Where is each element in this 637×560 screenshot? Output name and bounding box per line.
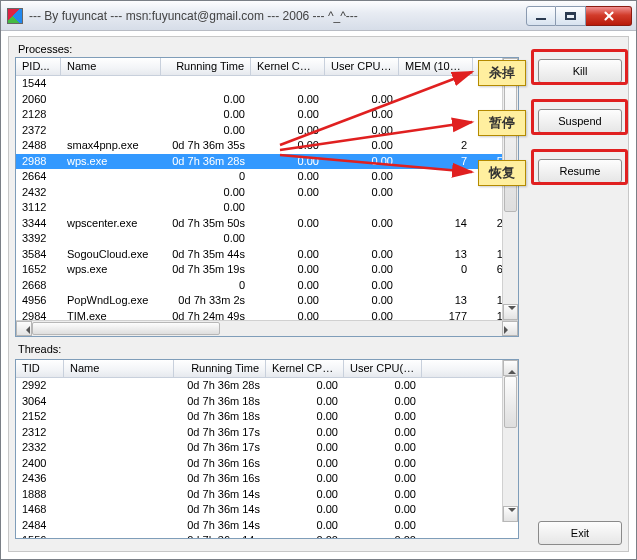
table-row[interactable]: 23320d 7h 36m 17s0.000.00 <box>16 440 518 456</box>
window-title: --- By fuyuncat --- msn:fuyuncat@gmail.c… <box>29 9 358 23</box>
resume-button[interactable]: Resume <box>538 159 622 183</box>
cell-rt: 0d 7h 36m 16s <box>174 471 266 487</box>
cell-tid: 2332 <box>16 440 64 456</box>
cell-kcpu: 0.00 <box>251 169 325 185</box>
scroll-down-icon[interactable] <box>503 506 518 522</box>
processes-list[interactable]: PID... Name Running Time Kernel CPU(... … <box>16 58 518 320</box>
maximize-button[interactable] <box>556 6 586 26</box>
table-row[interactable]: 23120d 7h 36m 17s0.000.00 <box>16 425 518 441</box>
close-button[interactable] <box>586 6 632 26</box>
cell-tid: 1468 <box>16 502 64 518</box>
cell-name <box>64 409 174 425</box>
cell-name <box>61 169 161 185</box>
cell-tid: 2484 <box>16 518 64 534</box>
scroll-up-icon[interactable] <box>503 360 518 376</box>
scroll-thumb[interactable] <box>504 376 517 428</box>
threads-vscroll[interactable] <box>502 360 518 522</box>
col-ucpu[interactable]: User CPU(P... <box>344 360 422 377</box>
cell-kcpu: 0.00 <box>251 293 325 309</box>
client-area: Processes: PID... Name Running Time Kern… <box>8 36 629 552</box>
col-kcpu[interactable]: Kernel CPU(... <box>266 360 344 377</box>
title-bar[interactable]: --- By fuyuncat --- msn:fuyuncat@gmail.c… <box>1 1 636 31</box>
cell-ucpu: 0.00 <box>344 502 422 518</box>
table-row[interactable]: 24360d 7h 36m 16s0.000.00 <box>16 471 518 487</box>
table-row[interactable]: 29920d 7h 36m 28s0.000.00 <box>16 378 518 394</box>
processes-header[interactable]: PID... Name Running Time Kernel CPU(... … <box>16 58 518 76</box>
table-row[interactable]: 266400.000.00 <box>16 169 518 185</box>
col-ucpu[interactable]: User CPU( 0... <box>325 58 399 75</box>
suspend-button[interactable]: Suspend <box>538 109 622 133</box>
cell-rt: 0d 7h 35m 50s <box>161 216 251 232</box>
minimize-button[interactable] <box>526 6 556 26</box>
cell-name <box>64 394 174 410</box>
table-row[interactable]: 2984TIM.exe0d 7h 24m 49s0.000.0017715 <box>16 309 518 321</box>
cell-ucpu <box>325 231 399 247</box>
cell-kcpu: 0.00 <box>251 154 325 170</box>
scroll-left-icon[interactable] <box>16 321 32 336</box>
threads-list[interactable]: TID Name Running Time Kernel CPU(... Use… <box>16 360 518 538</box>
table-row[interactable]: 24000d 7h 36m 16s0.000.00 <box>16 456 518 472</box>
threads-header[interactable]: TID Name Running Time Kernel CPU(... Use… <box>16 360 518 378</box>
cell-ucpu: 0.00 <box>344 440 422 456</box>
table-row[interactable]: 266800.000.00 <box>16 278 518 294</box>
cell-kcpu: 0.00 <box>266 471 344 487</box>
cell-pid: 2668 <box>16 278 61 294</box>
table-row[interactable]: 31120.00 <box>16 200 518 216</box>
table-row[interactable]: 18880d 7h 36m 14s0.000.00 <box>16 487 518 503</box>
table-row[interactable]: 20600.000.000.00 <box>16 92 518 108</box>
cell-mem <box>399 92 473 108</box>
cell-mem: 13 <box>399 293 473 309</box>
table-row[interactable]: 24320.000.000.00 <box>16 185 518 201</box>
table-row[interactable]: 21520d 7h 36m 18s0.000.00 <box>16 409 518 425</box>
scroll-down-icon[interactable] <box>503 304 518 320</box>
cell-kcpu: 0.00 <box>266 378 344 394</box>
processes-hscroll[interactable] <box>16 320 518 336</box>
cell-mem <box>399 76 473 92</box>
table-row[interactable]: 3344wpscenter.exe0d 7h 35m 50s0.000.0014… <box>16 216 518 232</box>
cell-pid: 4956 <box>16 293 61 309</box>
cell-name <box>64 502 174 518</box>
table-row[interactable]: 15560d 7h 36m 14s0.000.00 <box>16 533 518 538</box>
cell-ucpu: 0.00 <box>325 123 399 139</box>
table-row[interactable]: 30640d 7h 36m 18s0.000.00 <box>16 394 518 410</box>
col-name[interactable]: Name <box>64 360 174 377</box>
scroll-thumb[interactable] <box>32 322 220 335</box>
exit-button[interactable]: Exit <box>538 521 622 545</box>
cell-pid: 2372 <box>16 123 61 139</box>
table-row[interactable]: 1652wps.exe0d 7h 35m 19s0.000.00062 <box>16 262 518 278</box>
cell-kcpu: 0.00 <box>266 518 344 534</box>
table-row[interactable]: 4956PopWndLog.exe0d 7h 33m 2s0.000.00131… <box>16 293 518 309</box>
cell-name <box>61 123 161 139</box>
cell-rt <box>161 76 251 92</box>
table-row[interactable]: 3584SogouCloud.exe0d 7h 35m 44s0.000.001… <box>16 247 518 263</box>
col-kcpu[interactable]: Kernel CPU(... <box>251 58 325 75</box>
table-row[interactable]: 2988wps.exe0d 7h 36m 28s0.000.00759 <box>16 154 518 170</box>
table-row[interactable]: 14680d 7h 36m 14s0.000.00 <box>16 502 518 518</box>
table-row[interactable]: 23720.000.000.00 <box>16 123 518 139</box>
scroll-right-icon[interactable] <box>502 321 518 336</box>
kill-button[interactable]: Kill <box>538 59 622 83</box>
cell-kcpu <box>251 200 325 216</box>
cell-name <box>61 107 161 123</box>
scroll-thumb[interactable] <box>504 74 517 212</box>
window-buttons <box>526 6 632 26</box>
col-name[interactable]: Name <box>61 58 161 75</box>
col-rt[interactable]: Running Time <box>174 360 266 377</box>
cell-pid: 1544 <box>16 76 61 92</box>
cell-name <box>64 456 174 472</box>
table-row[interactable]: 33920.00 <box>16 231 518 247</box>
col-tid[interactable]: TID <box>16 360 64 377</box>
table-row[interactable]: 2488smax4pnp.exe0d 7h 36m 35s0.000.002 <box>16 138 518 154</box>
cell-name: smax4pnp.exe <box>61 138 161 154</box>
table-row[interactable]: 21280.000.000.00 <box>16 107 518 123</box>
processes-vscroll[interactable] <box>502 58 518 320</box>
cell-ucpu: 0.00 <box>344 378 422 394</box>
col-rt[interactable]: Running Time <box>161 58 251 75</box>
cell-mem <box>399 107 473 123</box>
cell-kcpu: 0.00 <box>251 92 325 108</box>
col-mem[interactable]: MEM (1021M) <box>399 58 473 75</box>
table-row[interactable]: 24840d 7h 36m 14s0.000.00 <box>16 518 518 534</box>
table-row[interactable]: 1544 <box>16 76 518 92</box>
col-pid[interactable]: PID... <box>16 58 61 75</box>
cell-rt: 0d 7h 36m 28s <box>161 154 251 170</box>
